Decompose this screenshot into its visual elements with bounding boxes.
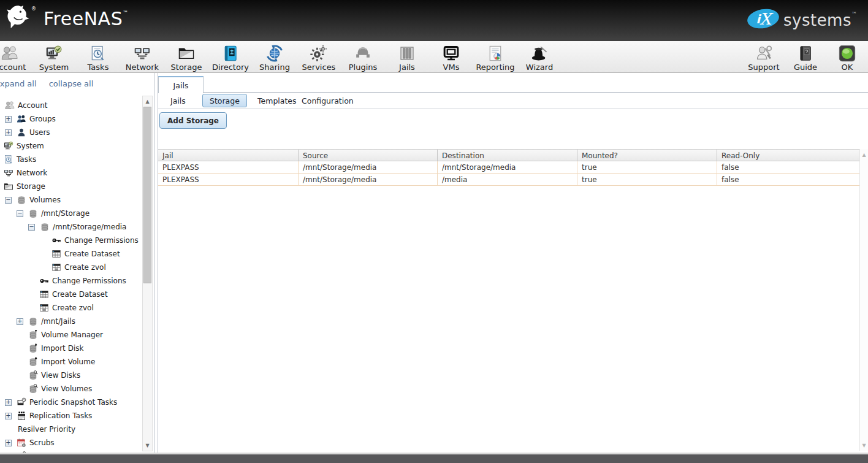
sidebar-item-create-zvol[interactable]: Create zvol (0, 301, 141, 315)
subtab-jails[interactable]: Jails (170, 93, 186, 109)
sidebar-item-system[interactable]: System (0, 139, 141, 153)
toolbar-item-label: Storage (171, 63, 202, 72)
sidebar-item-scrubs[interactable]: +Scrubs (0, 436, 141, 450)
subtab-configuration[interactable]: Configuration (302, 93, 354, 109)
toolbar-item-system[interactable]: System (32, 43, 76, 72)
sidebar-item-create-zvol[interactable]: Create zvol (0, 261, 141, 274)
toolbar-item-vms[interactable]: VMs (429, 43, 473, 72)
window-tab-jails[interactable]: Jails (158, 76, 204, 93)
collapse-all-link[interactable]: collapse all (49, 79, 94, 88)
dataset-icon (51, 249, 61, 259)
database-icon (28, 316, 38, 326)
add-storage-button[interactable]: Add Storage (159, 112, 227, 129)
toolbar-item-ok[interactable]: OK (826, 43, 868, 72)
sidebar-item-view-disks[interactable]: View Disks (0, 369, 141, 382)
sidebar-item-volumes[interactable]: −Volumes (0, 193, 141, 207)
toolbar-item-network[interactable]: Network (120, 43, 164, 72)
sidebar-item-import-volume[interactable]: Import Volume (0, 355, 141, 369)
grid-scroll-down-icon[interactable]: ▼ (860, 441, 868, 450)
toolbar-item-account[interactable]: Account (0, 43, 32, 72)
table-cell: /mnt/Storage/media (299, 161, 438, 173)
sidebar-scrollbar-thumb[interactable] (143, 107, 151, 283)
zvol-icon (39, 303, 49, 313)
expand-toggle-icon[interactable]: + (5, 440, 12, 446)
toolbar-item-label: Directory (212, 63, 249, 72)
sidebar-item-users[interactable]: +Users (0, 126, 141, 139)
scroll-up-icon[interactable]: ▲ (143, 97, 152, 106)
guide-icon (797, 43, 814, 62)
sidebar-item-network[interactable]: Network (0, 166, 141, 180)
tree-item-label: Change Permissions (64, 236, 139, 245)
toolbar-item-jails[interactable]: Jails (385, 43, 429, 72)
sidebar-item-resilver-priority[interactable]: Resilver Priority (0, 423, 141, 436)
sidebar-item-change-permissions[interactable]: Change Permissions (0, 234, 141, 247)
sidebar-item-create-dataset[interactable]: Create Dataset (0, 288, 141, 301)
sidebar-item-replication-tasks[interactable]: +Replication Tasks (0, 409, 141, 423)
database-import-icon (28, 343, 38, 353)
expand-toggle-icon[interactable]: + (17, 318, 23, 325)
expand-toggle-icon[interactable]: + (5, 399, 12, 406)
system-icon (45, 43, 63, 62)
toolbar-item-storage[interactable]: Storage (164, 43, 208, 72)
toolbar-item-guide[interactable]: Guide (785, 43, 826, 72)
column-header-destination[interactable]: Destination (438, 150, 577, 161)
database-icon (40, 222, 50, 232)
toolbar-item-plugins[interactable]: Plugins (341, 43, 385, 72)
dataset-icon (39, 289, 49, 299)
table-row[interactable]: PLEXPASS/mnt/Storage/media/mnt/Storage/m… (158, 161, 859, 174)
sidebar-item-mnt-storage-media[interactable]: −/mnt/Storage/media (0, 220, 141, 234)
network-icon (4, 168, 13, 178)
tree-item-label: View Volumes (41, 385, 92, 393)
toolbar-item-label: VMs (443, 63, 460, 72)
vendor-trademark: ™ (851, 11, 857, 17)
column-header-jail[interactable]: Jail (158, 150, 299, 161)
column-header-mounted[interactable]: Mounted? (577, 150, 717, 161)
sidebar-item-view-volumes[interactable]: View Volumes (0, 382, 141, 396)
sidebar-item-tasks[interactable]: Tasks (0, 153, 141, 166)
grid-scroll-up-icon[interactable]: ▲ (860, 150, 868, 159)
subtab-templates[interactable]: Templates (257, 93, 297, 109)
toolbar-top-strip (0, 38, 868, 41)
column-header-read-only[interactable]: Read-Only (717, 150, 859, 161)
ixsystems-logo[interactable]: iX systems ™ (746, 8, 857, 32)
collapse-toggle-icon[interactable]: − (17, 210, 23, 217)
database-view-icon (28, 370, 38, 380)
collapse-toggle-icon[interactable]: − (28, 224, 35, 231)
column-header-source[interactable]: Source (299, 150, 438, 161)
toolbar-item-sharing[interactable]: Sharing (253, 43, 297, 72)
tree-item-label: System (17, 142, 44, 150)
toolbar-item-support[interactable]: Support (743, 43, 785, 72)
table-row[interactable]: PLEXPASS/mnt/Storage/media/mediatruefals… (158, 174, 859, 186)
sidebar-item-mnt-jails[interactable]: +/mnt/Jails (0, 315, 141, 328)
sidebar-item-import-disk[interactable]: Import Disk (0, 342, 141, 355)
sidebar-item-account[interactable]: Account (0, 99, 141, 112)
grid-scrollbar[interactable]: ▲ ▼ (859, 149, 868, 451)
subtab-storage[interactable]: Storage (202, 94, 247, 107)
sidebar-item-create-dataset[interactable]: Create Dataset (0, 247, 141, 261)
tree-item-label: Network (17, 169, 47, 177)
sidebar-item-change-permissions[interactable]: Change Permissions (0, 274, 141, 288)
toolbar-item-services[interactable]: Services (297, 43, 341, 72)
expand-all-link[interactable]: expand all (0, 79, 37, 88)
network-icon (134, 43, 151, 62)
expand-toggle-icon[interactable]: + (5, 413, 12, 419)
toolbar-item-reporting[interactable]: Reporting (473, 43, 517, 72)
sidebar-item-volume-manager[interactable]: Volume Manager (0, 328, 141, 342)
sidebar-item-mnt-storage[interactable]: −/mnt/Storage (0, 207, 141, 220)
toolbar-item-directory[interactable]: Directory (208, 43, 253, 72)
expand-toggle-icon[interactable]: + (5, 129, 12, 136)
scroll-down-icon[interactable]: ▼ (143, 441, 152, 450)
collapse-toggle-icon[interactable]: − (5, 197, 12, 204)
expand-toggle-icon[interactable]: + (5, 116, 12, 123)
sidebar-item-storage[interactable]: Storage (0, 180, 141, 193)
sidebar-item-groups[interactable]: +Groups (0, 112, 141, 126)
sidebar-item-periodic-snapshot-tasks[interactable]: +Periodic Snapshot Tasks (0, 396, 141, 409)
account-icon (5, 101, 15, 110)
tree-item-label: Tasks (17, 155, 36, 164)
sidebar-scrollbar[interactable]: ▲ ▼ (142, 96, 153, 451)
toolbar-item-tasks[interactable]: Tasks (76, 43, 120, 72)
groups-icon (17, 114, 26, 124)
toolbar-item-wizard[interactable]: Wizard (517, 43, 562, 72)
window-tab-row: Jails (158, 73, 868, 93)
freenas-logo: ® FreeNAS ™ (6, 5, 128, 33)
